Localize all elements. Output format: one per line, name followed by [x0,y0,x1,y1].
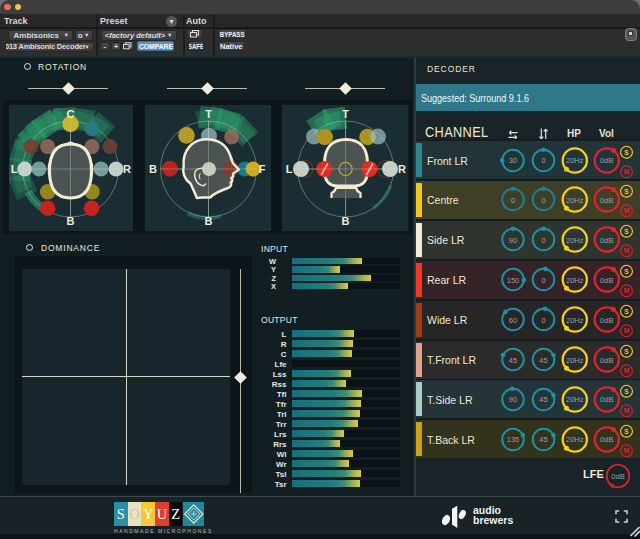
svg-text:S: S [624,228,629,235]
svg-text:M: M [624,407,629,414]
svg-text:F: F [258,163,265,175]
svg-text:B: B [67,215,75,227]
svg-text:M: M [624,327,629,334]
svg-text:M: M [624,367,629,374]
svg-text:R: R [123,163,131,175]
svg-text:M: M [624,247,629,254]
svg-text:S: S [624,268,629,275]
svg-text:M: M [624,168,629,175]
svg-text:S: S [624,348,629,355]
svg-text:S: S [624,427,629,434]
svg-text:M: M [624,287,629,294]
svg-text:S: S [624,308,629,315]
svg-text:M: M [624,447,629,454]
svg-text:L: L [11,163,18,175]
svg-text:S: S [624,388,629,395]
svg-text:T: T [205,108,212,120]
svg-text:B: B [342,215,350,227]
svg-text:S: S [624,148,629,155]
svg-text:B: B [149,163,157,175]
svg-text:S: S [624,188,629,195]
svg-text:R: R [398,163,406,175]
svg-text:T: T [342,108,349,120]
svg-text:M: M [624,208,629,215]
svg-text:L: L [286,163,293,175]
svg-text:B: B [204,215,212,227]
svg-text:C: C [67,108,75,120]
